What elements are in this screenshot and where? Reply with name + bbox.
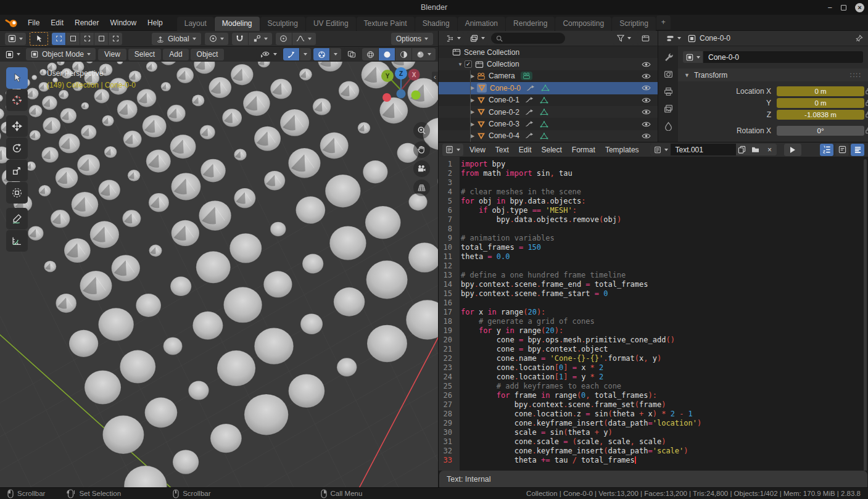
- close-button[interactable]: ×: [855, 3, 864, 12]
- properties-tab-tool[interactable]: [664, 52, 673, 62]
- open-text-button[interactable]: [748, 144, 763, 155]
- code-line[interactable]: 10total_frames = 150: [439, 243, 868, 252]
- tab-scripting[interactable]: Scripting: [612, 17, 656, 31]
- camera-data-icon[interactable]: [521, 72, 532, 80]
- code-line[interactable]: 3: [439, 178, 868, 188]
- code-line[interactable]: 14bpy.context.scene.frame_end = total_fr…: [439, 280, 868, 289]
- text-menu-templates[interactable]: Templates: [600, 146, 644, 154]
- add-workspace-button[interactable]: +: [656, 15, 671, 30]
- sidebar-toggle-arrow[interactable]: ‹: [432, 72, 438, 82]
- xray-toggle[interactable]: [344, 48, 360, 60]
- shading-rendered-button[interactable]: [412, 48, 436, 60]
- code-line[interactable]: 29 cone.keyframe_insert(data_path='locat…: [439, 419, 868, 428]
- select-mode-extend-button[interactable]: [66, 33, 80, 45]
- menu-file[interactable]: File: [22, 19, 45, 27]
- transform-value-field[interactable]: 0 m: [777, 98, 864, 108]
- gizmo-x-negative[interactable]: [382, 93, 391, 102]
- visibility-eye-icon[interactable]: [642, 73, 651, 80]
- code-area[interactable]: 1import bpy2from math import sin, tau34#…: [439, 157, 868, 471]
- mode-dropdown[interactable]: Object Mode: [26, 48, 96, 60]
- properties-tab-scene[interactable]: [664, 122, 673, 131]
- transform-panel-header[interactable]: ▼ Transform ∷∷: [678, 68, 868, 81]
- select-mode-set-button[interactable]: [52, 33, 65, 45]
- viewport-3d[interactable]: Object Mode ViewSelectAddObject: [0, 47, 438, 487]
- outliner-filter-button[interactable]: [613, 32, 634, 44]
- tab-animation[interactable]: Animation: [458, 17, 505, 31]
- line-numbers-toggle[interactable]: [820, 144, 833, 156]
- options-dropdown[interactable]: Options: [391, 33, 433, 45]
- collection-checkbox[interactable]: ✓: [465, 60, 472, 68]
- text-menu-view[interactable]: View: [465, 146, 490, 154]
- tab-compositing[interactable]: Compositing: [555, 17, 611, 31]
- code-line[interactable]: 31 cone.scale = (scale, scale, scale): [439, 437, 868, 447]
- code-line[interactable]: 6 if obj.type == 'MESH':: [439, 206, 868, 215]
- tab-sculpting[interactable]: Sculpting: [260, 17, 305, 31]
- tool-select-box-button[interactable]: [6, 67, 28, 89]
- code-line[interactable]: 7 bpy.data.objects.remove(obj): [439, 215, 868, 225]
- gizmo-dropdown[interactable]: [300, 48, 311, 60]
- tab-rendering[interactable]: Rendering: [506, 17, 555, 31]
- code-line[interactable]: 24 cone.location[1] = y * 2: [439, 373, 868, 382]
- code-line[interactable]: 15bpy.context.scene.frame_start = 0: [439, 289, 868, 299]
- code-line[interactable]: 8: [439, 225, 868, 234]
- tab-uv-editing[interactable]: UV Editing: [306, 17, 356, 31]
- tool-annotate-button[interactable]: [6, 208, 28, 229]
- viewport-canvas[interactable]: [0, 62, 438, 487]
- viewport-editor-type-button[interactable]: [2, 48, 23, 60]
- visibility-eye-icon[interactable]: [642, 61, 651, 68]
- properties-tab-render[interactable]: [664, 70, 673, 79]
- object-name-field[interactable]: Cone-0-0: [703, 51, 863, 63]
- visibility-eye-icon[interactable]: [642, 121, 651, 128]
- show-overlays-toggle[interactable]: [313, 48, 329, 60]
- outliner-row-cone-0-0[interactable]: ▶Cone-0-0: [439, 82, 658, 94]
- code-line[interactable]: 32 cone.keyframe_insert(data_path='scale…: [439, 447, 868, 456]
- menu-window[interactable]: Window: [104, 19, 142, 27]
- text-menu-select[interactable]: Select: [537, 146, 567, 154]
- code-line[interactable]: 1import bpy: [439, 160, 868, 169]
- transform-value-field[interactable]: 0°: [777, 126, 864, 136]
- tool-scale-button[interactable]: [6, 160, 28, 181]
- animation-icon[interactable]: [525, 132, 534, 139]
- mesh-data-icon[interactable]: [540, 96, 548, 104]
- perspective-toggle-button[interactable]: [413, 179, 430, 196]
- code-line[interactable]: 13# define a one hundred frame timeline: [439, 271, 868, 280]
- snap-settings-dropdown[interactable]: [249, 33, 272, 45]
- pin-icon[interactable]: [855, 35, 863, 43]
- properties-tab-output[interactable]: [664, 87, 673, 96]
- visibility-eye-icon[interactable]: [642, 85, 651, 91]
- outliner-row-scene-collection[interactable]: Scene Collection: [439, 46, 658, 58]
- select-mode-invert-button[interactable]: [94, 33, 108, 45]
- tab-texture-paint[interactable]: Texture Paint: [357, 17, 415, 31]
- snap-toggle-button[interactable]: [232, 33, 248, 45]
- outliner-search-input[interactable]: [491, 33, 565, 44]
- gizmo-z-negative[interactable]: [397, 89, 406, 99]
- animation-icon[interactable]: [526, 85, 535, 92]
- proportional-falloff-dropdown[interactable]: [292, 33, 316, 45]
- menu-help[interactable]: Help: [142, 19, 168, 27]
- text-datablock-name-field[interactable]: Text.001: [671, 144, 736, 155]
- transform-value-field[interactable]: 0 m: [777, 86, 864, 96]
- minimize-button[interactable]: −: [827, 3, 832, 12]
- text-editor-type-button[interactable]: [442, 144, 463, 156]
- tool-rotate-button[interactable]: [6, 138, 28, 159]
- code-line[interactable]: 22 cone.name = 'Cone-{}-{}'.format(x, y): [439, 354, 868, 363]
- code-line[interactable]: 25 # add keyframes to each cone: [439, 382, 868, 391]
- outliner-editor-type-button[interactable]: [443, 32, 464, 44]
- disclosure-icon[interactable]: ▼: [456, 62, 465, 67]
- menu-edit[interactable]: Edit: [45, 19, 69, 27]
- tab-layout[interactable]: Layout: [177, 17, 214, 31]
- code-line[interactable]: 4# clear meshes in the scene: [439, 188, 868, 197]
- tab-modeling[interactable]: Modeling: [215, 17, 260, 31]
- code-line[interactable]: 33 theta += tau / total_frames: [439, 456, 868, 465]
- animation-icon[interactable]: [525, 109, 534, 116]
- pivot-point-dropdown[interactable]: [205, 33, 228, 45]
- outliner-display-mode-button[interactable]: [467, 32, 488, 44]
- code-line[interactable]: 16: [439, 299, 868, 308]
- object-id-icon-button[interactable]: [683, 51, 703, 63]
- outliner-row-collection[interactable]: ▼✓Collection: [439, 58, 658, 70]
- text-menu-text[interactable]: Text: [490, 146, 514, 154]
- code-line[interactable]: 19 for y in range(20):: [439, 326, 868, 336]
- animation-icon[interactable]: [525, 120, 534, 128]
- word-wrap-toggle[interactable]: [835, 144, 849, 156]
- menu-render[interactable]: Render: [69, 19, 104, 27]
